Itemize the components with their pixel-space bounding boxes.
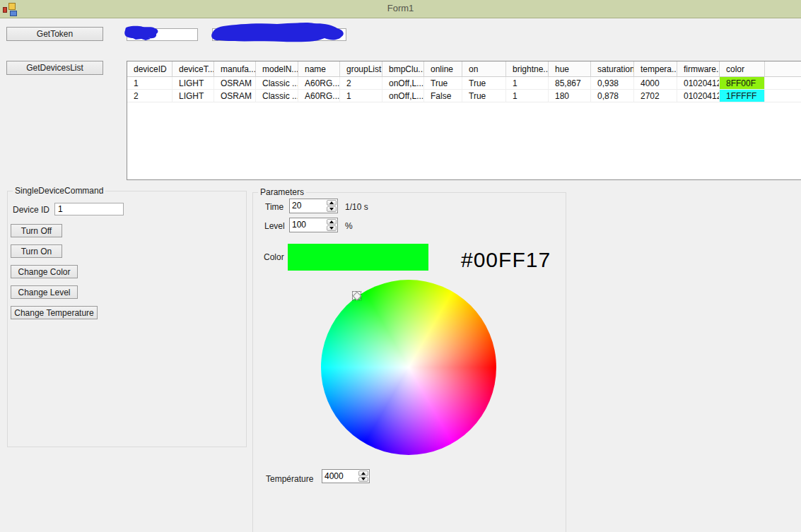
grid-cell[interactable]: Classic ... (256, 77, 298, 89)
grid-header-cell[interactable]: tempera... (634, 61, 677, 76)
grid-cell[interactable]: OSRAM (214, 77, 256, 89)
grid-cell[interactable]: onOff,L... (382, 90, 424, 102)
temperature-stepper-buttons (358, 470, 369, 483)
devices-grid[interactable]: deviceIDdeviceT...manufa...modelN...name… (127, 61, 801, 180)
grid-header-cell[interactable]: saturation (591, 61, 634, 76)
grid-cell[interactable]: 01020412 (677, 90, 720, 102)
grid-cell[interactable]: 1 (340, 90, 382, 102)
grid-cell[interactable]: 1 (506, 77, 549, 89)
grid-cell[interactable]: onOff,L... (382, 77, 424, 89)
time-unit-label: 1/10 s (345, 202, 368, 212)
redaction-scribble-1 (123, 24, 167, 42)
level-stepper[interactable]: 100 (289, 218, 338, 232)
temperature-up-icon[interactable] (358, 471, 368, 476)
single-device-command-title: SingleDeviceCommand (13, 186, 105, 196)
change-color-button[interactable]: Change Color (11, 265, 78, 278)
grid-header-filler (765, 61, 801, 76)
time-up-icon[interactable] (327, 200, 337, 206)
level-value[interactable]: 100 (290, 218, 326, 232)
grid-header-cell[interactable]: hue (549, 61, 591, 76)
get-devices-list-button[interactable]: GetDevicesList (6, 61, 103, 75)
level-label: Level (264, 221, 285, 231)
color-wheel-marker[interactable] (352, 291, 361, 300)
grid-header-cell[interactable]: online (424, 61, 462, 76)
color-hex-value: #00FF17 (461, 248, 551, 272)
level-unit-label: % (345, 221, 353, 231)
time-label: Time (265, 202, 283, 212)
get-token-button[interactable]: GetToken (6, 27, 103, 41)
grid-header-cell[interactable]: deviceT... (173, 61, 214, 76)
grid-cell[interactable]: A60RG... (298, 90, 340, 102)
device-id-label: Device ID (13, 205, 49, 215)
time-stepper[interactable]: 20 (289, 199, 338, 213)
titlebar[interactable]: Form1 (0, 0, 801, 18)
color-swatch (288, 244, 428, 271)
color-wheel[interactable] (321, 280, 496, 455)
grid-cell[interactable]: 2 (127, 90, 173, 102)
temperature-value[interactable]: 4000 (322, 470, 358, 483)
turn-on-button[interactable]: Turn On (11, 244, 62, 258)
time-value[interactable]: 20 (290, 199, 326, 213)
temperature-stepper[interactable]: 4000 (322, 469, 370, 483)
grid-cell[interactable]: 8FF00F (720, 77, 765, 89)
temperature-down-icon[interactable] (358, 477, 368, 483)
grid-cell[interactable]: True (424, 77, 462, 89)
color-label: Color (264, 252, 284, 262)
temperature-label: Température (266, 474, 313, 484)
grid-cell[interactable]: 0,938 (591, 77, 634, 89)
grid-cell[interactable]: A60RG... (298, 77, 340, 89)
grid-header-cell[interactable]: color (720, 61, 765, 76)
grid-cell[interactable]: 1 (127, 77, 173, 89)
grid-cell[interactable]: 2702 (634, 90, 677, 102)
level-down-icon[interactable] (327, 225, 337, 231)
device-id-input[interactable]: 1 (54, 203, 124, 215)
grid-cell[interactable]: 1 (506, 90, 549, 102)
grid-header-cell[interactable]: manufa... (214, 61, 256, 76)
grid-row[interactable]: 1LIGHTOSRAMClassic ...A60RG...2onOff,L..… (127, 77, 801, 90)
grid-header: deviceIDdeviceT...manufa...modelN...name… (127, 61, 801, 77)
grid-cell[interactable]: True (462, 77, 506, 89)
grid-header-cell[interactable]: modelN... (256, 61, 298, 76)
time-down-icon[interactable] (327, 206, 337, 212)
grid-cell[interactable]: 85,867 (549, 77, 591, 89)
grid-cell[interactable]: LIGHT (173, 90, 214, 102)
grid-cell[interactable]: 2 (340, 77, 382, 89)
grid-header-cell[interactable]: bmpClu... (382, 61, 424, 76)
level-stepper-buttons (326, 218, 337, 232)
form1-window: Form1 GetToken GetDevicesList deviceIDde… (0, 0, 801, 532)
grid-header-cell[interactable]: groupList (340, 61, 382, 76)
grid-cell[interactable]: LIGHT (173, 77, 214, 89)
grid-cell[interactable]: True (462, 90, 506, 102)
grid-row[interactable]: 2LIGHTOSRAMClassic ...A60RG...1onOff,L..… (127, 90, 801, 102)
grid-cell[interactable]: 01020412 (677, 77, 720, 89)
change-temperature-button[interactable]: Change Temperature (11, 306, 98, 319)
grid-cell[interactable]: OSRAM (214, 90, 256, 102)
turn-off-button[interactable]: Turn Off (11, 224, 62, 237)
grid-cell[interactable]: False (424, 90, 462, 102)
redaction-scribble-2 (209, 21, 349, 43)
grid-header-cell[interactable]: on (462, 61, 506, 76)
grid-header-cell[interactable]: firmware... (677, 61, 720, 76)
grid-body: 1LIGHTOSRAMClassic ...A60RG...2onOff,L..… (127, 77, 801, 102)
grid-cell[interactable]: 0,878 (591, 90, 634, 102)
grid-cell[interactable]: 180 (549, 90, 591, 102)
level-up-icon[interactable] (327, 219, 337, 225)
grid-cell[interactable]: Classic ... (256, 90, 298, 102)
grid-cell[interactable]: 1FFFFF (720, 90, 765, 102)
parameters-title: Parameters (258, 187, 306, 197)
window-title: Form1 (0, 3, 801, 13)
grid-cell[interactable]: 4000 (634, 77, 677, 89)
change-level-button[interactable]: Change Level (11, 285, 78, 299)
grid-header-cell[interactable]: brightne... (506, 61, 549, 76)
grid-header-cell[interactable]: deviceID (127, 61, 173, 76)
grid-header-cell[interactable]: name (298, 61, 340, 76)
time-stepper-buttons (326, 199, 337, 213)
